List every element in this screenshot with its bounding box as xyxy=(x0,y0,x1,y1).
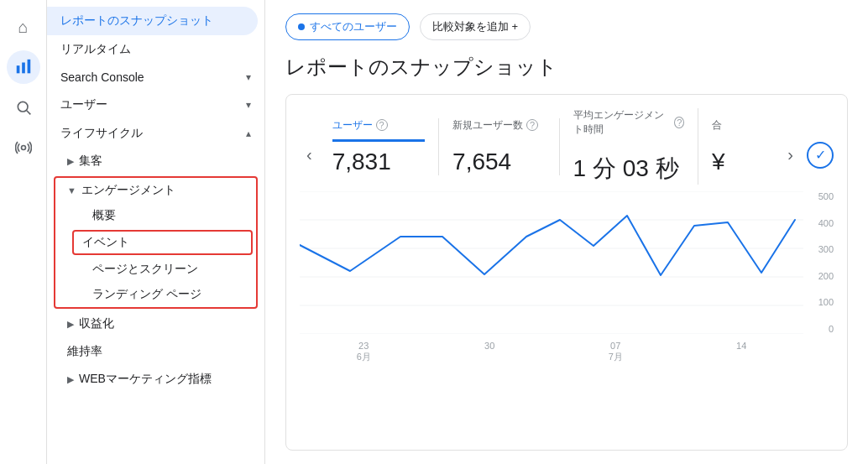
chart-icon[interactable] xyxy=(7,50,40,84)
svg-point-3 xyxy=(18,102,28,112)
sidebar-sub-acquisition: ▶ 集客 xyxy=(47,148,264,175)
sidebar-sub-webmarketing: ▶ WEBマーケティング指標 xyxy=(47,366,264,393)
x-axis-labels: 23 6月 30 07 7月 14 xyxy=(300,337,834,363)
sidebar-item-pages[interactable]: ページとスクリーン xyxy=(69,257,256,282)
info-icon-users: ? xyxy=(376,119,388,131)
sidebar-item-snapshot[interactable]: レポートのスナップショット xyxy=(47,7,258,35)
metric-engagement-value: 1 分 03 秒 xyxy=(573,153,685,185)
sidebar-section-lifecycle[interactable]: ライフサイクル ▴ xyxy=(47,119,264,148)
next-arrow[interactable]: › xyxy=(781,138,800,171)
user-dot xyxy=(298,23,305,30)
metric-revenue: 合 ¥ xyxy=(698,118,781,175)
metric-users-tab[interactable]: ユーザー ? xyxy=(332,118,425,142)
chevron-down-icon: ▾ xyxy=(246,99,251,111)
main-content: すべてのユーザー 比較対象を追加 + レポートのスナップショット ‹ ユーザー … xyxy=(265,0,868,464)
svg-rect-0 xyxy=(16,65,19,73)
metric-engagement-tab[interactable]: 平均エンゲージメント時間 ? xyxy=(573,108,685,146)
sidebar-item-landing[interactable]: ランディング ページ xyxy=(69,282,256,307)
metric-users: ユーザー ? 7,831 xyxy=(319,118,439,175)
line-chart xyxy=(300,191,803,334)
antenna-icon[interactable] xyxy=(7,131,40,164)
sidebar-item-monetize[interactable]: ▶ 収益化 xyxy=(60,310,264,337)
info-icon-engagement: ? xyxy=(674,117,684,128)
sidebar-item-retention[interactable]: 維持率 xyxy=(47,337,258,366)
all-users-chip[interactable]: すべてのユーザー xyxy=(285,13,410,40)
x-label-23: 23 6月 xyxy=(357,341,371,363)
info-icon-newusers: ? xyxy=(526,119,538,131)
metric-engagement: 平均エンゲージメント時間 ? 1 分 03 秒 xyxy=(560,108,699,185)
svg-point-5 xyxy=(21,146,25,150)
x-label-30: 30 xyxy=(484,341,494,363)
svg-rect-2 xyxy=(27,60,30,74)
sidebar-sub-monetize: ▶ 収益化 xyxy=(47,310,264,337)
metric-users-value: 7,831 xyxy=(332,149,425,175)
sidebar-item-events[interactable]: イベント xyxy=(72,230,253,255)
metric-newusers-tab[interactable]: 新規ユーザー数 ? xyxy=(452,118,545,142)
engagement-section: ▼ エンゲージメント 概要 イベント ページとスクリーン ランディング ページ xyxy=(54,176,258,309)
check-circle[interactable]: ✓ xyxy=(807,142,834,169)
chevron-up-icon: ▴ xyxy=(246,128,251,139)
home-icon[interactable]: ⌂ xyxy=(7,10,40,44)
sidebar-section-users[interactable]: ユーザー ▾ xyxy=(47,91,264,119)
chevron-down-icon: ▾ xyxy=(246,71,251,83)
engagement-sub: 概要 イベント ページとスクリーン ランディング ページ xyxy=(55,203,256,307)
sidebar-section-searchconsole[interactable]: Search Console ▾ xyxy=(47,64,264,91)
x-label-14: 14 xyxy=(736,341,746,363)
svg-line-4 xyxy=(26,111,30,115)
metrics-card: ‹ ユーザー ? 7,831 新規ユーザー数 ? 7,654 平均 xyxy=(285,94,848,451)
magnify-icon[interactable] xyxy=(7,91,40,124)
svg-rect-1 xyxy=(22,63,25,74)
sidebar: レポートのスナップショット リアルタイム Search Console ▾ ユー… xyxy=(47,0,265,464)
sidebar-item-overview[interactable]: 概要 xyxy=(69,203,256,228)
sidebar-item-webmarketing[interactable]: ▶ WEBマーケティング指標 xyxy=(60,366,264,393)
prev-arrow[interactable]: ‹ xyxy=(300,138,319,171)
add-compare-chip[interactable]: 比較対象を追加 + xyxy=(420,13,531,40)
sidebar-item-realtime[interactable]: リアルタイム xyxy=(47,35,258,64)
x-label-07: 07 7月 xyxy=(609,341,623,363)
icon-rail: ⌂ xyxy=(0,0,47,464)
sidebar-item-engagement[interactable]: ▼ エンゲージメント xyxy=(55,178,256,203)
metric-revenue-tab[interactable]: 合 xyxy=(712,118,767,142)
y-axis-labels: 500 400 300 200 100 0 xyxy=(803,191,834,334)
metrics-row: ‹ ユーザー ? 7,831 新規ユーザー数 ? 7,654 平均 xyxy=(300,108,834,185)
top-bar: すべてのユーザー 比較対象を追加 + xyxy=(285,13,848,40)
metric-newusers: 新規ユーザー数 ? 7,654 xyxy=(439,118,559,175)
sidebar-item-acquisition[interactable]: ▶ 集客 xyxy=(60,148,264,175)
chart-container: 500 400 300 200 100 0 xyxy=(300,191,834,368)
metric-newusers-value: 7,654 xyxy=(452,149,545,175)
metric-revenue-value: ¥ xyxy=(712,149,767,175)
page-title: レポートのスナップショット xyxy=(285,54,848,81)
